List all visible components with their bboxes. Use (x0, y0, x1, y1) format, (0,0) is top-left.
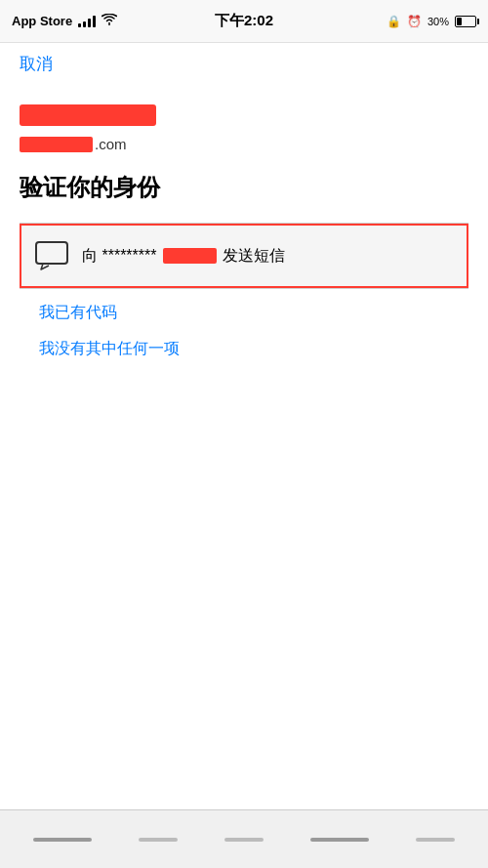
sms-text: 向 ********* 发送短信 (82, 246, 285, 267)
battery-icon (455, 16, 476, 27)
options-container: 向 ********* 发送短信 (20, 223, 468, 289)
toolbar-bar-5 (416, 838, 455, 842)
sms-number-redacted (163, 248, 217, 264)
have-code-link[interactable]: 我已有代码 (39, 303, 449, 323)
lock-icon: 🔒 (386, 15, 401, 28)
toolbar-item-3 (224, 838, 264, 842)
signal-icon (78, 16, 96, 27)
sms-action: 发送短信 (223, 247, 285, 264)
status-left: App Store (12, 14, 117, 28)
toolbar-item-5 (416, 838, 455, 842)
no-option-link[interactable]: 我没有其中任何一项 (39, 339, 449, 359)
bottom-toolbar (0, 809, 488, 868)
status-right: 🔒 ⏰ 30% (386, 15, 476, 28)
verify-title: 验证你的身份 (20, 172, 468, 203)
svg-rect-0 (36, 242, 67, 264)
email-suffix: .com (95, 136, 127, 152)
user-name-redacted (20, 104, 156, 126)
message-icon (35, 241, 68, 270)
email-row: .com (20, 136, 468, 152)
app-store-label: App Store (12, 14, 72, 28)
email-redacted (20, 137, 93, 152)
toolbar-item-4 (310, 838, 369, 842)
status-bar: App Store 下午2:02 🔒 ⏰ 30% (0, 0, 488, 43)
sms-prefix: 向 ********* (82, 247, 156, 264)
sms-option[interactable]: 向 ********* 发送短信 (20, 224, 468, 288)
toolbar-item-1 (33, 838, 92, 842)
main-content: .com 验证你的身份 向 ********* 发送短信 我已有代码 我没有其中… (0, 85, 488, 389)
toolbar-bar-1 (33, 838, 92, 842)
alarm-icon: ⏰ (407, 15, 422, 28)
cancel-button[interactable]: 取消 (20, 53, 53, 75)
link-options: 我已有代码 我没有其中任何一项 (20, 289, 468, 389)
toolbar-bar-2 (139, 838, 178, 842)
wifi-icon (102, 14, 117, 28)
toolbar-bar-4 (310, 838, 369, 842)
nav-bar: 取消 (0, 43, 488, 85)
toolbar-item-2 (139, 838, 178, 842)
battery-percent: 30% (427, 16, 449, 27)
status-time: 下午2:02 (215, 12, 273, 30)
toolbar-bar-3 (224, 838, 264, 842)
